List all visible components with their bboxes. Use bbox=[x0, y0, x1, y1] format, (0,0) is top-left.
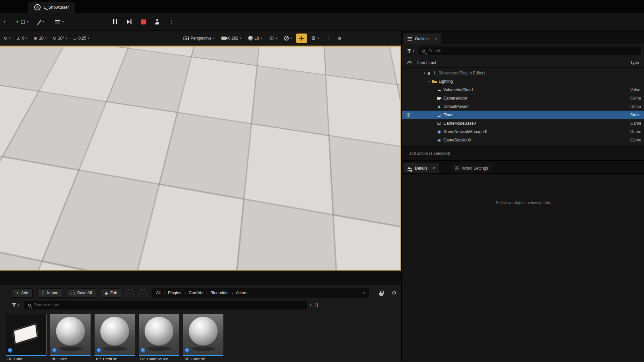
asset-name: BP_Card bbox=[50, 356, 91, 361]
outliner-filter-button[interactable]: ▾ bbox=[405, 49, 416, 53]
frame-skip-button[interactable] bbox=[124, 17, 134, 27]
content-search-input[interactable] bbox=[34, 302, 303, 308]
outliner-row[interactable]: ◉ GameSession0 Game bbox=[402, 136, 644, 144]
actor-count-text: 123 actors (1 selected) bbox=[409, 151, 450, 156]
perspective-selector[interactable]: Perspective ▾ bbox=[181, 33, 217, 43]
outliner-item-label: GameNetworkManager0 bbox=[443, 129, 487, 134]
add-actor-button[interactable]: + ▾ bbox=[13, 16, 32, 27]
transform-coordinate-button[interactable]: ↻ ▾ bbox=[1, 33, 13, 43]
back-button[interactable]: ← bbox=[126, 289, 134, 297]
fab-button[interactable]: ◆ Fab bbox=[101, 288, 121, 298]
stop-icon bbox=[141, 19, 146, 24]
circle-slash-icon bbox=[284, 36, 289, 41]
save-all-button[interactable]: ◻ Save All bbox=[67, 288, 96, 298]
search-icon bbox=[422, 50, 425, 53]
asset-tile[interactable]: BP_Card bbox=[6, 314, 46, 361]
maximize-viewport-button[interactable]: ⊞ bbox=[335, 33, 343, 43]
breadcrumb-item[interactable]: Plugins bbox=[168, 291, 181, 295]
visibility-eye-icon[interactable] bbox=[406, 113, 411, 117]
pause-button[interactable] bbox=[110, 17, 120, 27]
blueprints-button[interactable]: ▾ bbox=[36, 16, 47, 27]
outliner-rows: ▾ ◧ L_Showcase (Play In Editor) ▾ Lighti… bbox=[402, 69, 644, 144]
sphere-thumbnail bbox=[95, 314, 135, 355]
play-options-button[interactable]: ⋮ bbox=[166, 17, 176, 27]
outliner-row[interactable]: ♟ DefaultPawn0 Defau bbox=[402, 102, 644, 111]
cinematics-button[interactable]: ▾ bbox=[52, 16, 67, 27]
chevron-down-icon: ▾ bbox=[276, 37, 277, 40]
eject-button[interactable] bbox=[152, 17, 162, 27]
outliner-row[interactable]: ☁ VolumetricCloud Volum bbox=[402, 85, 644, 94]
outliner-item-type: Defau bbox=[630, 104, 644, 109]
sphere-shadow bbox=[59, 347, 82, 351]
type-column-header[interactable]: Type bbox=[630, 60, 639, 65]
surface-snap-icon: ∠ bbox=[16, 36, 20, 41]
outliner-row[interactable]: ◻ Floor Static bbox=[402, 111, 644, 119]
camera-speed-control[interactable]: 0.282 ▾ bbox=[219, 33, 244, 43]
viewport-3d[interactable]: CARDVIZCARDVIZCARDVIZCARDVIZCARDVIZCARDV… bbox=[0, 46, 401, 271]
transform-gizmo[interactable] bbox=[175, 60, 246, 117]
outliner-row[interactable]: ▾ Lighting bbox=[402, 77, 644, 85]
tab-world-settings[interactable]: World Settings bbox=[451, 163, 492, 173]
outliner-row[interactable]: ▤ GameModeBase0 Game bbox=[402, 119, 644, 127]
level-tab[interactable]: L_Showcase* bbox=[28, 2, 75, 13]
hud-text-line: Cards bbox=[2, 78, 50, 87]
snap-value: 10 bbox=[39, 36, 43, 41]
sphere-image bbox=[56, 317, 85, 346]
save-menu-button[interactable]: ▾ bbox=[1, 16, 8, 27]
snap-grid-control[interactable]: ⊞10▾ bbox=[31, 33, 49, 43]
outliner-panel: Outliner × ▾ Item Label Type bbox=[402, 31, 644, 160]
tab-outliner[interactable]: Outliner × bbox=[404, 34, 441, 44]
breadcrumb-separator-icon: › bbox=[164, 291, 165, 296]
outliner-item-type: Game bbox=[630, 129, 644, 134]
breadcrumb-item[interactable]: CardViz bbox=[189, 291, 203, 295]
mesh-icon: ◻ bbox=[436, 113, 442, 117]
expand-caret-icon[interactable]: ▾ bbox=[427, 80, 431, 83]
visibility-column-eye-icon[interactable] bbox=[407, 61, 412, 64]
asset-tile[interactable]: BP_CardPileGrid bbox=[139, 314, 179, 361]
outliner-row[interactable]: CameraActor Came bbox=[402, 94, 644, 102]
chevron-down-icon[interactable]: ▾ bbox=[363, 291, 365, 295]
view-mode-selector[interactable]: Lit ▾ bbox=[246, 33, 264, 43]
expand-caret-icon[interactable]: ▾ bbox=[422, 71, 427, 75]
asset-tile[interactable]: BP_Card bbox=[50, 314, 91, 361]
lock-icon[interactable] bbox=[379, 293, 383, 296]
snap-scale-control[interactable]: ▱0.25▾ bbox=[71, 33, 92, 43]
asset-tile[interactable]: BP_CardPile bbox=[95, 314, 135, 361]
outliner-row[interactable]: ▾ ◧ L_Showcase (Play In Editor) bbox=[402, 69, 644, 77]
outliner-item-type: Volum bbox=[630, 87, 644, 92]
breadcrumb-separator-icon: › bbox=[231, 291, 233, 296]
chevron-down-icon: ▾ bbox=[26, 37, 28, 40]
close-icon[interactable]: × bbox=[433, 166, 435, 171]
viewport-settings-button[interactable]: ⚙ ▾ bbox=[309, 33, 321, 43]
gear-icon[interactable]: ⚙ bbox=[392, 290, 396, 296]
chevron-down-icon: ▾ bbox=[4, 20, 5, 23]
show-flags-button[interactable]: ▾ bbox=[266, 33, 280, 43]
outliner-item-label: Floor bbox=[443, 113, 452, 117]
import-button[interactable]: ↧ Import bbox=[37, 288, 63, 298]
chevron-down-icon[interactable]: ▾ bbox=[310, 303, 312, 307]
game-view-button[interactable]: ▾ bbox=[282, 33, 294, 43]
asset-tile[interactable]: BP_CardPile bbox=[183, 314, 223, 361]
sphere-thumbnail bbox=[50, 314, 91, 355]
close-icon[interactable]: × bbox=[434, 36, 437, 41]
outliner-search-input[interactable] bbox=[428, 48, 638, 54]
transform-highlight-button[interactable] bbox=[296, 34, 307, 43]
sphere-image bbox=[189, 317, 218, 346]
sort-icon[interactable]: ⇅ bbox=[315, 302, 319, 308]
stop-button[interactable] bbox=[138, 17, 148, 27]
snap-surface-control[interactable]: ∠0▾ bbox=[14, 33, 30, 43]
viewport-options-button[interactable]: ⋮ bbox=[323, 33, 333, 43]
content-filter-button[interactable]: ▾ bbox=[10, 303, 21, 307]
add-button[interactable]: + Add bbox=[12, 288, 33, 298]
snap-value: 10° bbox=[58, 36, 64, 41]
snap-rotation-control[interactable]: ↻10°▾ bbox=[50, 33, 70, 43]
breadcrumb-item[interactable]: All bbox=[156, 291, 160, 295]
breadcrumb-item[interactable]: Actors bbox=[236, 291, 247, 295]
outliner-row[interactable]: ◉ GameNetworkManager0 Game bbox=[402, 127, 644, 136]
tab-details[interactable]: Details × bbox=[404, 163, 439, 173]
forward-button[interactable]: → bbox=[139, 289, 147, 297]
fab-icon: ◆ bbox=[105, 291, 108, 295]
sphere-image bbox=[100, 317, 129, 346]
breadcrumb-item[interactable]: Blueprints bbox=[211, 291, 228, 295]
item-label-column-header[interactable]: Item Label bbox=[417, 60, 436, 65]
